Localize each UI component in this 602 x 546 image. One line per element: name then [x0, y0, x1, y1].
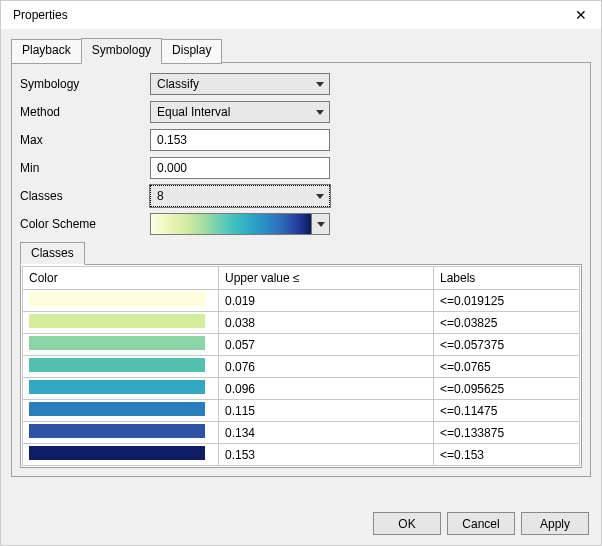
- label-cell[interactable]: <=0.03825: [434, 312, 580, 334]
- chevron-down-icon: [311, 102, 329, 122]
- min-input[interactable]: [150, 157, 330, 179]
- color-swatch[interactable]: [29, 292, 205, 306]
- tab-pane: Symbology Classify Method Equal Interval…: [11, 62, 591, 477]
- upper-value-cell[interactable]: 0.019: [219, 290, 434, 312]
- upper-value-cell[interactable]: 0.096: [219, 378, 434, 400]
- label-cell[interactable]: <=0.057375: [434, 334, 580, 356]
- upper-value-cell[interactable]: 0.153: [219, 444, 434, 466]
- min-label: Min: [20, 161, 150, 175]
- properties-dialog: Properties ✕ Playback Symbology Display …: [0, 0, 602, 546]
- ok-button[interactable]: OK: [373, 512, 441, 535]
- label-cell[interactable]: <=0.133875: [434, 422, 580, 444]
- table-row[interactable]: 0.115<=0.11475: [23, 400, 580, 422]
- classes-label: Classes: [20, 189, 150, 203]
- color-swatch[interactable]: [29, 402, 205, 416]
- col-color[interactable]: Color: [23, 267, 219, 290]
- color-swatch[interactable]: [29, 380, 205, 394]
- table-row[interactable]: 0.076<=0.0765: [23, 356, 580, 378]
- upper-value-cell[interactable]: 0.134: [219, 422, 434, 444]
- top-tabs: Playback Symbology Display: [11, 37, 591, 62]
- label-cell[interactable]: <=0.11475: [434, 400, 580, 422]
- max-input[interactable]: [150, 129, 330, 151]
- chevron-down-icon: [311, 74, 329, 94]
- table-row[interactable]: 0.153<=0.153: [23, 444, 580, 466]
- chevron-down-icon: [311, 214, 329, 234]
- tab-classes[interactable]: Classes: [20, 242, 85, 265]
- method-label: Method: [20, 105, 150, 119]
- apply-button[interactable]: Apply: [521, 512, 589, 535]
- label-cell[interactable]: <=0.095625: [434, 378, 580, 400]
- sub-tabs: Classes: [20, 241, 582, 264]
- col-labels[interactable]: Labels: [434, 267, 580, 290]
- label-cell[interactable]: <=0.153: [434, 444, 580, 466]
- tab-symbology[interactable]: Symbology: [81, 38, 162, 63]
- color-scheme-select[interactable]: [150, 213, 330, 235]
- dialog-footer: OK Cancel Apply: [1, 502, 601, 545]
- label-cell[interactable]: <=0.0765: [434, 356, 580, 378]
- color-scheme-label: Color Scheme: [20, 217, 150, 231]
- classes-grid: Color Upper value ≤ Labels 0.019<=0.0191…: [20, 264, 582, 468]
- color-ramp: [151, 214, 311, 234]
- cancel-button[interactable]: Cancel: [447, 512, 515, 535]
- classes-select[interactable]: 8: [150, 185, 330, 207]
- symbology-select[interactable]: Classify: [150, 73, 330, 95]
- titlebar: Properties ✕: [1, 1, 601, 29]
- window-title: Properties: [13, 8, 571, 22]
- upper-value-cell[interactable]: 0.057: [219, 334, 434, 356]
- close-icon[interactable]: ✕: [571, 7, 591, 23]
- tab-display[interactable]: Display: [161, 39, 222, 64]
- color-swatch[interactable]: [29, 424, 205, 438]
- table-row[interactable]: 0.057<=0.057375: [23, 334, 580, 356]
- table-row[interactable]: 0.038<=0.03825: [23, 312, 580, 334]
- upper-value-cell[interactable]: 0.076: [219, 356, 434, 378]
- upper-value-cell[interactable]: 0.115: [219, 400, 434, 422]
- color-swatch[interactable]: [29, 336, 205, 350]
- max-label: Max: [20, 133, 150, 147]
- color-swatch[interactable]: [29, 314, 205, 328]
- method-select[interactable]: Equal Interval: [150, 101, 330, 123]
- col-upper[interactable]: Upper value ≤: [219, 267, 434, 290]
- table-row[interactable]: 0.134<=0.133875: [23, 422, 580, 444]
- tab-playback[interactable]: Playback: [11, 39, 82, 64]
- color-swatch[interactable]: [29, 446, 205, 460]
- table-row[interactable]: 0.096<=0.095625: [23, 378, 580, 400]
- chevron-down-icon: [311, 186, 329, 206]
- content: Playback Symbology Display Symbology Cla…: [1, 29, 601, 502]
- color-swatch[interactable]: [29, 358, 205, 372]
- symbology-label: Symbology: [20, 77, 150, 91]
- label-cell[interactable]: <=0.019125: [434, 290, 580, 312]
- table-row[interactable]: 0.019<=0.019125: [23, 290, 580, 312]
- upper-value-cell[interactable]: 0.038: [219, 312, 434, 334]
